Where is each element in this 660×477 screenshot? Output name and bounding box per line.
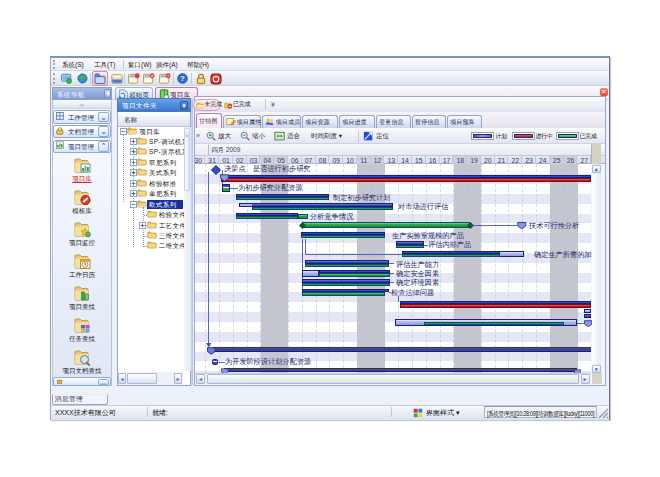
svg-text:?: ? (180, 74, 184, 83)
